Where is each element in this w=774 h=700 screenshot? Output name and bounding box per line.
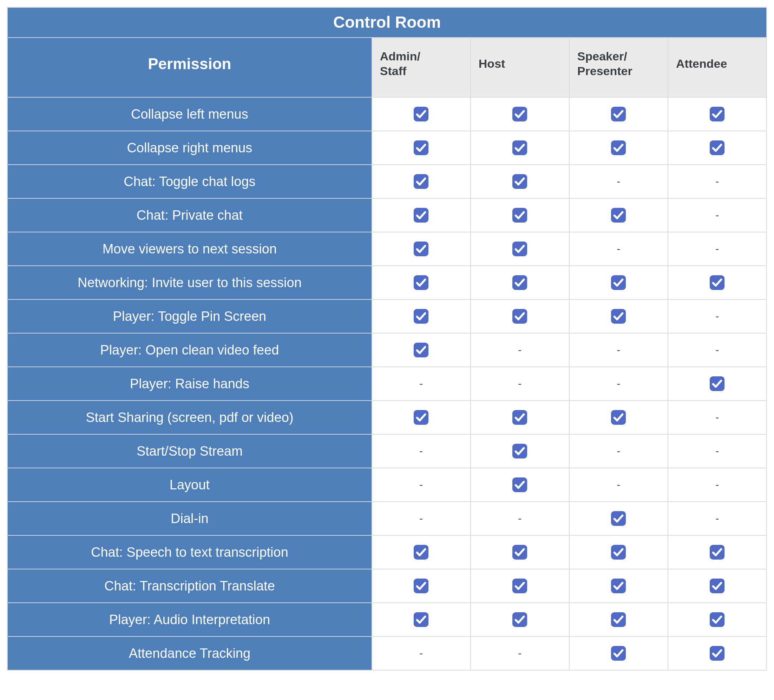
permission-value — [471, 198, 569, 232]
check-icon — [610, 510, 627, 527]
table-row: Move viewers to next session-- — [7, 232, 767, 266]
permission-label: Chat: Toggle chat logs — [7, 165, 372, 198]
permission-label: Collapse left menus — [7, 97, 372, 131]
permission-value: - — [668, 299, 767, 333]
check-icon — [512, 544, 528, 560]
check-icon — [413, 241, 429, 257]
permission-value — [569, 603, 668, 636]
permission-label: Move viewers to next session — [7, 232, 372, 266]
permission-value — [471, 569, 569, 603]
check-icon — [610, 544, 627, 560]
check-icon — [512, 140, 528, 156]
table-title: Control Room — [7, 7, 767, 38]
table-row: Player: Open clean video feed--- — [7, 333, 767, 367]
permission-value — [569, 636, 668, 670]
table-row: Player: Toggle Pin Screen- — [7, 299, 767, 333]
permission-label: Collapse right menus — [7, 131, 372, 165]
table-row: Player: Audio Interpretation — [7, 603, 767, 636]
permission-value: - — [569, 232, 668, 266]
table-row: Chat: Toggle chat logs-- — [7, 165, 767, 198]
permission-value — [668, 131, 767, 165]
check-icon — [512, 207, 528, 223]
check-icon — [610, 207, 627, 223]
permission-label: Chat: Transcription Translate — [7, 569, 372, 603]
role-header-host: Host — [471, 38, 569, 97]
permission-value — [372, 232, 471, 266]
check-icon — [413, 544, 429, 560]
permission-label: Chat: Speech to text transcription — [7, 535, 372, 569]
permission-value: - — [668, 198, 767, 232]
permission-value — [569, 535, 668, 569]
check-icon — [413, 106, 429, 122]
table-row: Attendance Tracking-- — [7, 636, 767, 670]
permission-value: - — [668, 232, 767, 266]
permission-value: - — [668, 401, 767, 434]
permission-value — [372, 198, 471, 232]
table-row: Chat: Transcription Translate — [7, 569, 767, 603]
check-icon — [512, 106, 528, 122]
permission-value — [569, 131, 668, 165]
check-icon — [709, 544, 725, 560]
permission-value: - — [569, 367, 668, 401]
check-icon — [610, 578, 627, 594]
permission-header: Permission — [7, 38, 372, 97]
check-icon — [709, 376, 725, 392]
check-icon — [709, 645, 725, 661]
permission-label: Networking: Invite user to this session — [7, 266, 372, 299]
permission-value — [471, 468, 569, 502]
permission-value — [471, 97, 569, 131]
check-icon — [512, 443, 528, 459]
permission-value: - — [668, 468, 767, 502]
table-row: Collapse right menus — [7, 131, 767, 165]
permission-value — [668, 97, 767, 131]
permission-label: Player: Open clean video feed — [7, 333, 372, 367]
permission-value — [372, 401, 471, 434]
check-icon — [413, 274, 429, 291]
check-icon — [610, 645, 627, 661]
permission-label: Player: Audio Interpretation — [7, 603, 372, 636]
permission-value — [569, 502, 668, 535]
permission-value — [372, 97, 471, 131]
permission-value: - — [668, 502, 767, 535]
permission-value — [569, 198, 668, 232]
permission-value — [471, 434, 569, 468]
check-icon — [709, 611, 725, 628]
permission-value: - — [471, 333, 569, 367]
check-icon — [413, 308, 429, 324]
permission-value — [372, 603, 471, 636]
table-row: Dial-in--- — [7, 502, 767, 535]
check-icon — [610, 106, 627, 122]
permission-value: - — [372, 502, 471, 535]
check-icon — [709, 106, 725, 122]
permission-value: - — [569, 165, 668, 198]
check-icon — [512, 409, 528, 426]
check-icon — [413, 409, 429, 426]
table-row: Layout--- — [7, 468, 767, 502]
role-header-admin-staff: Admin/Staff — [372, 38, 471, 97]
role-header-speaker-presenter: Speaker/Presenter — [569, 38, 668, 97]
permission-value: - — [372, 434, 471, 468]
permission-value — [372, 535, 471, 569]
permission-value: - — [471, 502, 569, 535]
permission-value — [471, 131, 569, 165]
permission-value — [569, 569, 668, 603]
check-icon — [610, 140, 627, 156]
check-icon — [512, 308, 528, 324]
permission-label: Chat: Private chat — [7, 198, 372, 232]
permission-value — [668, 569, 767, 603]
table-row: Networking: Invite user to this session — [7, 266, 767, 299]
check-icon — [413, 173, 429, 190]
check-icon — [413, 578, 429, 594]
check-icon — [709, 274, 725, 291]
permission-value — [668, 636, 767, 670]
permission-value — [372, 266, 471, 299]
check-icon — [512, 241, 528, 257]
permission-value — [372, 569, 471, 603]
permission-label: Start/Stop Stream — [7, 434, 372, 468]
permission-value — [471, 232, 569, 266]
table-row: Start Sharing (screen, pdf or video)- — [7, 401, 767, 434]
check-icon — [413, 611, 429, 628]
permission-value: - — [372, 636, 471, 670]
permission-value: - — [569, 468, 668, 502]
table-row: Chat: Private chat- — [7, 198, 767, 232]
